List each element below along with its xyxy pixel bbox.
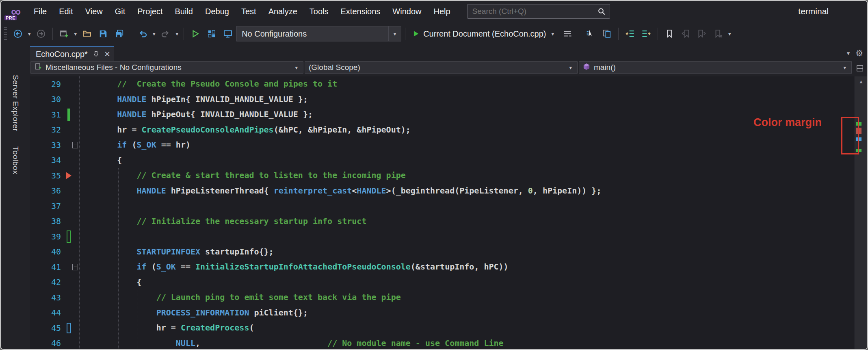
next-bookmark-button[interactable] <box>694 26 710 42</box>
vertical-scrollbar[interactable]: ▲ <box>855 76 867 349</box>
increase-indent-button[interactable] <box>639 26 654 42</box>
open-file-button[interactable] <box>79 26 95 42</box>
toolbar-grip[interactable] <box>4 27 7 41</box>
menu-item-debug[interactable]: Debug <box>199 1 235 22</box>
code-text[interactable]: STARTUPINFOEX startupInfo{}; <box>78 244 274 260</box>
member-dropdown-caret[interactable]: ▾ <box>842 65 848 71</box>
search-input[interactable] <box>472 7 597 16</box>
scope-dropdown[interactable]: (Global Scope) ▾ <box>305 61 578 74</box>
toolbar-options-caret[interactable]: ▾ <box>727 31 733 37</box>
clear-bookmarks-button[interactable] <box>710 26 726 42</box>
line-number[interactable]: 44 <box>30 308 65 317</box>
previous-bookmark-button[interactable] <box>678 26 693 42</box>
redo-button[interactable] <box>158 26 173 42</box>
redo-dropdown-caret[interactable]: ▾ <box>174 31 180 37</box>
outline-margin[interactable]: − <box>72 142 78 148</box>
collapse-region-button[interactable]: − <box>72 264 78 270</box>
tab-echocon[interactable]: EchoCon.cpp* × <box>30 46 114 61</box>
line-number[interactable]: 38 <box>30 216 65 226</box>
navigate-forward-button[interactable] <box>33 26 49 42</box>
code-text[interactable]: if (S_OK == InitializeStartupInfoAttache… <box>78 259 509 275</box>
configurations-dropdown-caret[interactable]: ▾ <box>388 26 401 41</box>
scrollbar-up-arrow[interactable]: ▲ <box>855 76 867 87</box>
startup-project-dropdown[interactable]: Current Document (EchoCon.cpp)▾ <box>409 29 559 39</box>
line-number[interactable]: 29 <box>30 79 65 89</box>
new-project-button[interactable] <box>56 26 72 42</box>
split-editor-icon[interactable] <box>853 61 867 75</box>
pin-icon[interactable] <box>93 51 100 58</box>
collapse-region-button[interactable]: − <box>72 142 78 148</box>
menu-item-build[interactable]: Build <box>169 1 199 22</box>
line-number[interactable]: 46 <box>30 338 65 348</box>
code-text[interactable]: NULL, // No module name - use Command Li… <box>78 336 504 350</box>
attach-to-process-button[interactable] <box>204 26 219 42</box>
close-icon[interactable]: × <box>104 49 110 59</box>
document-compare-button[interactable] <box>599 26 615 42</box>
line-number[interactable]: 37 <box>30 201 65 211</box>
code-area[interactable]: 29 // Create the Pseudo Console and pipe… <box>30 76 855 349</box>
line-number[interactable]: 43 <box>30 293 65 302</box>
menu-item-analyze[interactable]: Analyze <box>262 1 303 22</box>
code-text[interactable]: HANDLE hPipeOut{ INVALID_HANDLE_VALUE }; <box>78 107 313 122</box>
toggle-bookmark-button[interactable] <box>662 26 677 42</box>
decrease-indent-button[interactable] <box>622 26 638 42</box>
side-tab-toolbox[interactable]: Toolbox <box>11 146 20 174</box>
new-project-dropdown-caret[interactable]: ▾ <box>73 31 79 37</box>
save-button[interactable] <box>95 26 111 42</box>
menu-item-git[interactable]: Git <box>109 1 132 22</box>
save-all-button[interactable] <box>112 26 127 42</box>
line-number[interactable]: 33 <box>30 140 65 150</box>
menu-item-window[interactable]: Window <box>386 1 427 22</box>
search-box[interactable] <box>467 4 610 19</box>
side-tab-server-explorer[interactable]: Server Explorer <box>11 75 20 132</box>
code-text[interactable]: PROCESS_INFORMATION piClient{}; <box>78 305 308 321</box>
line-number[interactable]: 35 <box>30 171 65 180</box>
code-text[interactable]: // Create & start thread to listen to th… <box>78 168 406 183</box>
code-text[interactable]: HANDLE hPipeIn{ INVALID_HANDLE_VALUE }; <box>78 92 308 107</box>
code-text[interactable]: // Initialize the necessary startup info… <box>78 214 366 229</box>
code-text[interactable]: if (S_OK == hr) <box>78 137 190 153</box>
menu-item-extensions[interactable]: Extensions <box>334 1 386 22</box>
tab-list-chevron-icon[interactable]: ▾ <box>847 50 850 57</box>
settings-gear-icon[interactable]: ⚙ <box>855 48 863 58</box>
start-debugging-icon[interactable] <box>412 30 420 37</box>
undo-button[interactable] <box>135 26 150 42</box>
menu-item-edit[interactable]: Edit <box>53 1 79 22</box>
navigate-pointer-button[interactable] <box>583 26 598 42</box>
browser-link-button[interactable] <box>220 26 236 42</box>
startup-project-caret[interactable]: ▾ <box>550 31 556 37</box>
navigate-back-button[interactable] <box>10 26 26 42</box>
line-number[interactable]: 40 <box>30 247 65 257</box>
breakpoint-margin[interactable] <box>65 109 72 121</box>
code-text[interactable]: // Create the Pseudo Console and pipes t… <box>78 76 337 92</box>
scope-dropdown-caret[interactable]: ▾ <box>567 65 574 71</box>
menu-item-tools[interactable]: Tools <box>303 1 335 22</box>
code-text[interactable]: // Launch ping to emit some text back vi… <box>78 290 401 305</box>
debug-target-options-button[interactable] <box>560 26 575 42</box>
code-text[interactable]: { <box>78 153 122 168</box>
code-text[interactable]: hr = CreatedProcess( <box>78 320 254 336</box>
code-text[interactable]: hr = CreatePseudoConsoleAndPipes(&hPC, &… <box>78 122 411 138</box>
line-number[interactable]: 45 <box>30 323 65 333</box>
menu-item-test[interactable]: Test <box>235 1 262 22</box>
line-number[interactable]: 34 <box>30 155 65 165</box>
line-number[interactable]: 30 <box>30 94 65 104</box>
menu-item-help[interactable]: Help <box>427 1 456 22</box>
code-text[interactable]: { <box>78 275 142 290</box>
line-number[interactable]: 39 <box>30 232 65 241</box>
configurations-dropdown[interactable]: No Configurations▾ <box>236 26 401 41</box>
member-dropdown[interactable]: main() ▾ <box>579 61 852 74</box>
undo-dropdown-caret[interactable]: ▾ <box>151 31 157 37</box>
line-number[interactable]: 41 <box>30 262 65 272</box>
menu-item-file[interactable]: File <box>28 1 53 22</box>
breakpoint-margin[interactable] <box>65 172 72 179</box>
breakpoint-margin[interactable] <box>65 323 72 333</box>
code-text[interactable]: HANDLE hPipeListenerThread{ reinterpret_… <box>78 183 601 199</box>
line-number[interactable]: 32 <box>30 125 65 135</box>
project-dropdown[interactable]: Miscellaneous Files - No Configurations … <box>30 61 303 74</box>
outline-margin[interactable]: − <box>72 264 78 270</box>
line-number[interactable]: 42 <box>30 277 65 287</box>
line-number[interactable]: 36 <box>30 186 65 196</box>
breakpoint-margin[interactable] <box>65 230 72 243</box>
project-dropdown-caret[interactable]: ▾ <box>293 65 299 71</box>
